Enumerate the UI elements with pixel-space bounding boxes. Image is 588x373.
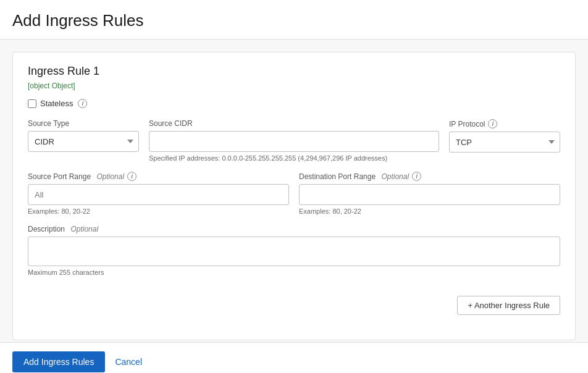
ip-protocol-wrapper: TCP UDP ICMP All [449,132,560,153]
description-max-chars: Maximum 255 characters [28,269,560,276]
rule-description: [object Object] [28,82,560,90]
page-header: Add Ingress Rules [0,0,588,40]
page-content: Ingress Rule 1 [object Object] Stateless… [0,40,588,342]
ip-protocol-info-icon[interactable]: i [488,119,497,128]
source-cidr-input[interactable]: 0.0.0.0/0 [149,131,439,152]
rule-title: Ingress Rule 1 [28,65,560,78]
source-cidr-hint: Specified IP addresses: 0.0.0.0-255.255.… [149,154,439,162]
form-row-2: Source Port Range Optional i Examples: 8… [28,172,560,215]
form-row-1: Source Type CIDR Service Security Group … [28,119,560,162]
source-cidr-group: Source CIDR 0.0.0.0/0 Specified IP addre… [149,119,439,162]
source-type-label: Source Type [28,119,139,128]
source-port-input[interactable] [28,184,289,205]
source-type-select[interactable]: CIDR Service Security Group [28,131,139,152]
source-cidr-label: Source CIDR [149,119,439,128]
dest-port-example: Examples: 80, 20-22 [299,207,560,215]
dest-port-input[interactable]: 80,443 [299,184,560,205]
add-rule-row: + Another Ingress Rule [28,286,560,325]
form-row-3: Description Optional Maximum 255 charact… [28,225,560,276]
source-port-info-icon[interactable]: i [127,172,136,181]
stateless-checkbox[interactable] [28,99,36,108]
page-title: Add Ingress Rules [12,11,576,30]
ip-protocol-select[interactable]: TCP UDP ICMP All [449,132,560,153]
source-port-label: Source Port Range Optional i [28,172,289,181]
rule-card: Ingress Rule 1 [object Object] Stateless… [12,52,576,340]
ip-protocol-label: IP Protocol i [449,119,560,128]
page-footer: Add Ingress Rules Cancel [0,342,588,373]
add-another-rule-button[interactable]: + Another Ingress Rule [457,296,560,315]
submit-button[interactable]: Add Ingress Rules [12,351,105,372]
dest-port-info-icon[interactable]: i [412,172,421,181]
source-port-example: Examples: 80, 20-22 [28,207,289,215]
description-label: Description Optional [28,225,560,233]
source-type-group: Source Type CIDR Service Security Group [28,119,139,152]
stateless-info-icon[interactable]: i [78,99,87,108]
stateless-row: Stateless i [28,99,560,108]
dest-port-label: Destination Port Range Optional i [299,172,560,181]
cancel-link[interactable]: Cancel [115,357,142,367]
description-textarea[interactable] [28,237,560,266]
ip-protocol-group: IP Protocol i TCP UDP ICMP All [449,119,560,153]
source-port-group: Source Port Range Optional i Examples: 8… [28,172,289,215]
source-type-wrapper: CIDR Service Security Group [28,131,139,152]
description-group: Description Optional Maximum 255 charact… [28,225,560,276]
dest-port-group: Destination Port Range Optional i 80,443… [299,172,560,215]
stateless-label[interactable]: Stateless [40,99,73,108]
